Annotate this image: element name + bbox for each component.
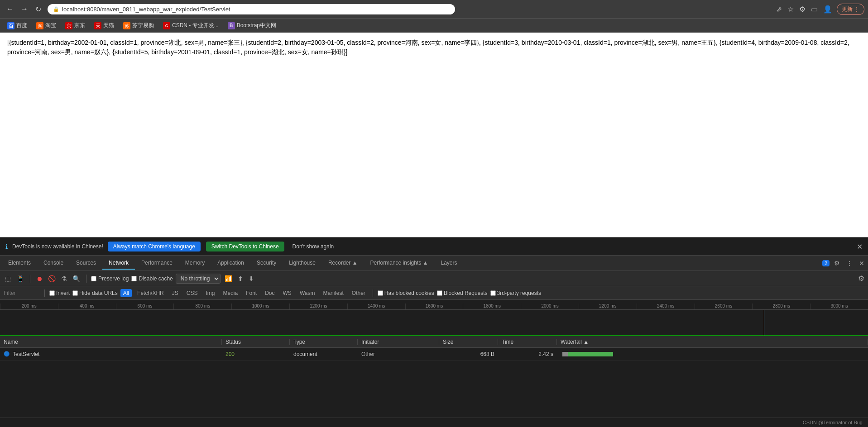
browser-actions: ⇗ ☆ ⚙ ▭ 👤 更新 ⋮ bbox=[775, 4, 864, 15]
hide-data-urls-checkbox-label[interactable]: Hide data URLs bbox=[72, 290, 118, 296]
th-time[interactable]: Time bbox=[498, 339, 557, 345]
devtools-settings-button[interactable]: ⚙ bbox=[832, 258, 842, 269]
share-button[interactable]: ⇗ bbox=[775, 4, 783, 14]
bookmark-tianmao[interactable]: 天 天猫 bbox=[91, 20, 118, 31]
update-button[interactable]: 更新 ⋮ bbox=[837, 4, 864, 15]
th-type[interactable]: Type bbox=[290, 339, 358, 345]
tab-elements[interactable]: Elements bbox=[2, 257, 37, 270]
tab-performance[interactable]: Performance bbox=[135, 257, 179, 270]
switch-to-chinese-button[interactable]: Switch DevTools to Chinese bbox=[206, 242, 284, 251]
disable-cache-checkbox[interactable] bbox=[131, 276, 137, 281]
filter-type-fetch-xhr[interactable]: Fetch/XHR bbox=[134, 289, 167, 297]
tianmao-icon: 天 bbox=[94, 22, 101, 29]
tab-layers[interactable]: Layers bbox=[434, 257, 463, 270]
bookmark-jd[interactable]: 京 京东 bbox=[62, 20, 89, 31]
tab-recorder[interactable]: Recorder ▲ bbox=[322, 257, 364, 270]
filter-type-manifest[interactable]: Manifest bbox=[320, 289, 346, 297]
invert-checkbox[interactable] bbox=[49, 290, 55, 296]
td-status: 200 bbox=[222, 351, 290, 357]
back-button[interactable]: ← bbox=[4, 3, 16, 15]
file-icon: 🔵 bbox=[4, 351, 10, 357]
tab-performance-insights[interactable]: Performance insights ▲ bbox=[364, 257, 435, 270]
notification-close-button[interactable]: ✕ bbox=[857, 242, 863, 251]
th-name[interactable]: Name bbox=[0, 339, 222, 345]
filter-type-css[interactable]: CSS bbox=[184, 289, 201, 297]
filter-type-img[interactable]: Img bbox=[203, 289, 217, 297]
inspect-button[interactable]: ⬚ bbox=[4, 274, 12, 284]
forward-button[interactable]: → bbox=[18, 3, 31, 15]
devtools-tab-actions: 2 ⚙ ⋮ ✕ bbox=[822, 258, 866, 269]
th-size[interactable]: Size bbox=[439, 339, 498, 345]
bookmark-suning[interactable]: 苏 苏宁易购 bbox=[120, 20, 158, 31]
devtools-close-button[interactable]: ✕ bbox=[857, 258, 866, 269]
tab-security[interactable]: Security bbox=[250, 257, 283, 270]
tianmao-label: 天猫 bbox=[103, 22, 114, 29]
has-blocked-cookies-checkbox[interactable] bbox=[378, 290, 383, 296]
filter-type-other[interactable]: Other bbox=[349, 289, 368, 297]
th-initiator[interactable]: Initiator bbox=[358, 339, 439, 345]
refresh-button[interactable]: ↻ bbox=[33, 3, 44, 15]
bookmark-baidu[interactable]: 百 百度 bbox=[4, 20, 31, 31]
tab-application[interactable]: Application bbox=[211, 257, 250, 270]
third-party-label[interactable]: 3rd-party requests bbox=[490, 290, 541, 296]
address-bar[interactable]: 🔒 localhost:8080/maven_0811_webapp_war_e… bbox=[48, 4, 455, 14]
table-header: Name Status Type Initiator Size Time Wat… bbox=[0, 336, 868, 348]
bookmark-bootstrap[interactable]: B Bootstrap中文网 bbox=[224, 20, 280, 31]
always-match-button[interactable]: Always match Chrome's language bbox=[108, 242, 201, 251]
td-name: 🔵 TestServlet bbox=[0, 351, 222, 357]
disable-cache-checkbox-label[interactable]: Disable cache bbox=[131, 275, 173, 282]
throttle-select[interactable]: No throttling bbox=[176, 274, 221, 284]
preserve-log-label: Preserve log bbox=[98, 275, 129, 282]
tab-sources[interactable]: Sources bbox=[70, 257, 102, 270]
filter-type-js[interactable]: JS bbox=[169, 289, 181, 297]
preserve-log-checkbox[interactable] bbox=[91, 276, 96, 281]
filter-type-media[interactable]: Media bbox=[220, 289, 240, 297]
filter-type-doc[interactable]: Doc bbox=[262, 289, 277, 297]
notification-text: DevTools is now available in Chinese! bbox=[12, 243, 103, 250]
filter-type-wasm[interactable]: Wasm bbox=[297, 289, 318, 297]
timeline-ruler: 200 ms 400 ms 600 ms 800 ms 1000 ms 1200… bbox=[0, 300, 868, 310]
star-button[interactable]: ☆ bbox=[786, 4, 795, 14]
tab-memory[interactable]: Memory bbox=[179, 257, 211, 270]
tick-600ms: 600 ms bbox=[116, 304, 174, 309]
blocked-requests-checkbox[interactable] bbox=[437, 290, 442, 296]
download-button[interactable]: ⬇ bbox=[247, 274, 255, 284]
tick-1600ms: 1600 ms bbox=[405, 304, 463, 309]
tab-console[interactable]: Console bbox=[37, 257, 70, 270]
taobao-icon: 淘 bbox=[36, 22, 43, 29]
filter-input[interactable] bbox=[4, 290, 40, 296]
dont-show-label[interactable]: Don't show again bbox=[293, 243, 334, 250]
search-button[interactable]: 🔍 bbox=[71, 274, 82, 284]
network-settings-button[interactable]: ⚙ bbox=[858, 274, 864, 283]
filter-type-font[interactable]: Font bbox=[243, 289, 259, 297]
clear-button[interactable]: 🚫 bbox=[47, 274, 57, 284]
user-button[interactable]: 👤 bbox=[822, 4, 833, 14]
table-row[interactable]: 🔵 TestServlet 200 document Other 668 B 2… bbox=[0, 348, 868, 361]
record-stop-button[interactable]: ⏺ bbox=[35, 274, 44, 284]
invert-checkbox-label[interactable]: Invert bbox=[49, 290, 70, 296]
nav-buttons: ← → ↻ bbox=[4, 3, 44, 15]
tick-400ms: 400 ms bbox=[58, 304, 116, 309]
blocked-requests-label[interactable]: Blocked Requests bbox=[437, 290, 488, 296]
bookmark-taobao[interactable]: 淘 淘宝 bbox=[33, 20, 60, 31]
filter-button[interactable]: ⚗ bbox=[60, 274, 68, 284]
filter-type-all[interactable]: All bbox=[120, 289, 132, 297]
extension-button[interactable]: ⚙ bbox=[798, 4, 806, 14]
third-party-checkbox[interactable] bbox=[490, 290, 496, 296]
th-status[interactable]: Status bbox=[222, 339, 290, 345]
devtools-more-button[interactable]: ⋮ bbox=[844, 258, 854, 269]
wifi-button[interactable]: 📶 bbox=[223, 274, 234, 284]
preserve-log-checkbox-label[interactable]: Preserve log bbox=[91, 275, 129, 282]
tab-lighthouse[interactable]: Lighthouse bbox=[283, 257, 322, 270]
window-button[interactable]: ▭ bbox=[810, 4, 819, 14]
hide-data-urls-checkbox[interactable] bbox=[72, 290, 78, 296]
bookmark-csdn[interactable]: C CSDN - 专业开发... bbox=[159, 20, 222, 31]
tab-network[interactable]: Network bbox=[102, 257, 135, 270]
tick-2000ms: 2000 ms bbox=[521, 304, 579, 309]
device-button[interactable]: 📱 bbox=[15, 274, 25, 284]
th-waterfall[interactable]: Waterfall ▲ bbox=[557, 339, 868, 345]
upload-button[interactable]: ⬆ bbox=[236, 274, 245, 284]
devtools-filter-bar: Invert Hide data URLs All Fetch/XHR JS C… bbox=[0, 286, 868, 300]
filter-type-ws[interactable]: WS bbox=[280, 289, 294, 297]
has-blocked-cookies-label[interactable]: Has blocked cookies bbox=[378, 290, 434, 296]
